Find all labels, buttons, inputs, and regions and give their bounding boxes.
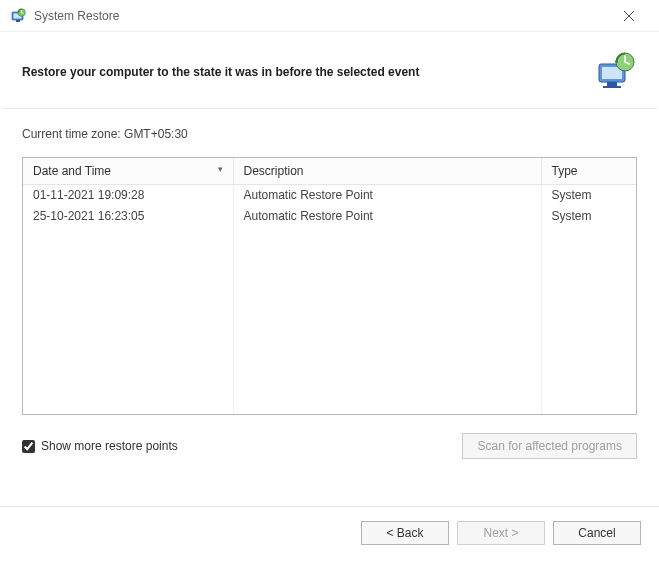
wizard-footer: < Back Next > Cancel <box>0 506 659 563</box>
cell-description: Automatic Restore Point <box>233 185 541 206</box>
cell-type: System <box>541 185 636 206</box>
column-header-description-label: Description <box>244 164 304 178</box>
sort-descending-icon: ▾ <box>218 164 223 174</box>
show-more-checkbox-input[interactable] <box>22 440 35 453</box>
options-row: Show more restore points Scan for affect… <box>22 433 637 459</box>
table-row-empty <box>23 395 636 416</box>
table-row-empty <box>23 248 636 269</box>
cancel-button[interactable]: Cancel <box>553 521 641 545</box>
table-row-empty <box>23 332 636 353</box>
scan-affected-programs-button[interactable]: Scan for affected programs <box>462 433 637 459</box>
cell-datetime: 25-10-2021 16:23:05 <box>23 206 233 227</box>
cell-type: System <box>541 206 636 227</box>
close-icon <box>624 11 634 21</box>
column-header-type[interactable]: Type <box>541 158 636 185</box>
content-area: Current time zone: GMT+05:30 Date and Ti… <box>0 109 659 506</box>
restore-hero-icon <box>593 50 637 94</box>
table-row[interactable]: 01-11-2021 19:09:28Automatic Restore Poi… <box>23 185 636 206</box>
table-row-empty <box>23 374 636 395</box>
title-bar: System Restore <box>0 0 659 32</box>
wizard-header: Restore your computer to the state it wa… <box>0 32 659 108</box>
show-more-restore-points-checkbox[interactable]: Show more restore points <box>22 439 452 453</box>
svg-rect-9 <box>607 82 617 86</box>
timezone-label: Current time zone: GMT+05:30 <box>22 127 637 141</box>
svg-rect-2 <box>16 20 20 22</box>
table-row-empty <box>23 290 636 311</box>
back-button[interactable]: < Back <box>361 521 449 545</box>
next-button[interactable]: Next > <box>457 521 545 545</box>
table-row-empty <box>23 311 636 332</box>
cell-datetime: 01-11-2021 19:09:28 <box>23 185 233 206</box>
column-header-type-label: Type <box>552 164 578 178</box>
show-more-label: Show more restore points <box>41 439 178 453</box>
table-row-empty <box>23 353 636 374</box>
system-restore-icon <box>10 8 26 24</box>
column-header-datetime[interactable]: Date and Time ▾ <box>23 158 233 185</box>
window-title: System Restore <box>34 9 607 23</box>
table-row-empty <box>23 269 636 290</box>
close-button[interactable] <box>607 1 651 31</box>
restore-points-table: Date and Time ▾ Description Type 01-11-2… <box>22 157 637 415</box>
page-heading: Restore your computer to the state it wa… <box>22 65 593 79</box>
table-row[interactable]: 25-10-2021 16:23:05Automatic Restore Poi… <box>23 206 636 227</box>
table-row-empty <box>23 227 636 248</box>
column-header-description[interactable]: Description <box>233 158 541 185</box>
cell-description: Automatic Restore Point <box>233 206 541 227</box>
svg-rect-10 <box>603 86 621 88</box>
column-header-datetime-label: Date and Time <box>33 164 111 178</box>
